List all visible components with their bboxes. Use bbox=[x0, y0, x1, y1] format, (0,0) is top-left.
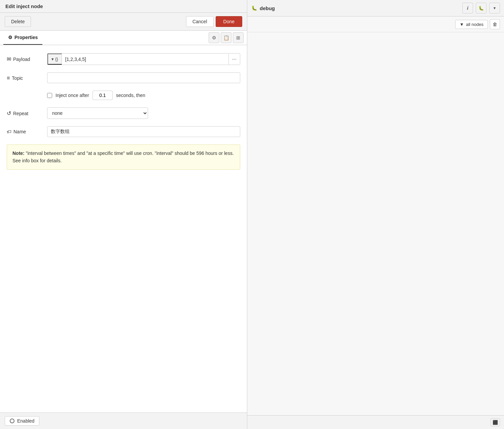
done-button[interactable]: Done bbox=[216, 16, 242, 27]
topic-label: ≡ Topic bbox=[7, 72, 47, 81]
enabled-label: Enabled bbox=[17, 418, 34, 424]
doc-icon: 📋 bbox=[223, 35, 229, 40]
tabs-row: Properties 📋 ⊞ bbox=[0, 31, 247, 45]
repeat-select[interactable]: none interval interval between times at … bbox=[47, 107, 148, 119]
left-panel: Edit inject node Delete Cancel Done Prop… bbox=[0, 0, 247, 429]
right-body bbox=[247, 32, 504, 415]
chevron-down-button[interactable]: ▼ bbox=[489, 3, 500, 13]
panel-header: Edit inject node bbox=[0, 0, 247, 13]
payload-row: ✉ Payload ▾ {} [1,2,3,4,5] ··· bbox=[7, 53, 240, 65]
name-row: 🏷 Name bbox=[7, 126, 240, 137]
chevron-down-icon: ▼ bbox=[493, 6, 497, 10]
display-tab-button[interactable]: ⊞ bbox=[233, 32, 244, 43]
repeat-row: ↺ Repeat none interval interval between … bbox=[7, 107, 240, 119]
note-text: "interval between times" and "at a speci… bbox=[12, 151, 234, 163]
settings-icon bbox=[212, 35, 216, 40]
right-header: 🐛 debug i 🐛 ▼ bbox=[247, 0, 504, 16]
repeat-label: ↺ Repeat bbox=[7, 107, 47, 117]
repeat-icon: ↺ bbox=[7, 110, 11, 117]
name-control bbox=[47, 126, 240, 137]
tag-icon: 🏷 bbox=[7, 129, 11, 134]
enabled-button[interactable]: Enabled bbox=[5, 416, 39, 426]
properties-tab-label: Properties bbox=[14, 35, 38, 40]
right-toolbar: ▼ all nodes 🗑 bbox=[247, 16, 504, 32]
tab-properties[interactable]: Properties bbox=[3, 31, 42, 45]
debug-bug-icon: 🐛 bbox=[251, 5, 257, 11]
settings-tab-button[interactable] bbox=[209, 32, 219, 43]
inject-label-suffix: seconds, then bbox=[116, 93, 145, 98]
form-body: ✉ Payload ▾ {} [1,2,3,4,5] ··· ≡ Topic bbox=[0, 45, 247, 412]
inject-label-prefix: Inject once after bbox=[56, 93, 89, 98]
debug-title: debug bbox=[260, 5, 460, 11]
note-box: Note: "interval between times" and "at a… bbox=[7, 144, 240, 170]
inject-once-row: Inject once after seconds, then bbox=[7, 91, 240, 100]
inject-seconds-input[interactable] bbox=[93, 91, 113, 100]
gear-icon bbox=[8, 35, 12, 40]
bug-icon: 🐛 bbox=[478, 6, 484, 11]
filter-button[interactable]: ▼ all nodes bbox=[455, 20, 488, 29]
clear-button[interactable]: 🗑 bbox=[490, 19, 500, 29]
filter-label: all nodes bbox=[466, 22, 483, 27]
filter-icon: ▼ bbox=[460, 22, 464, 27]
topic-row: ≡ Topic bbox=[7, 72, 240, 83]
payload-type-arrow: ▾ bbox=[51, 57, 54, 62]
panel-title: Edit inject node bbox=[5, 3, 43, 9]
right-footer: ⬛ bbox=[247, 415, 504, 429]
payload-type-button[interactable]: ▾ {} bbox=[47, 54, 62, 65]
trash-icon: 🗑 bbox=[493, 22, 497, 27]
name-label: 🏷 Name bbox=[7, 126, 47, 134]
payload-value: [1,2,3,4,5] bbox=[62, 54, 228, 64]
info-icon: i bbox=[467, 5, 468, 11]
inject-once-checkbox[interactable] bbox=[47, 93, 52, 98]
topic-control bbox=[47, 72, 240, 83]
repeat-control: none interval interval between times at … bbox=[47, 107, 240, 119]
name-input[interactable] bbox=[47, 126, 240, 137]
payload-control: ▾ {} [1,2,3,4,5] ··· bbox=[47, 53, 240, 65]
monitor-icon: ⬛ bbox=[493, 420, 498, 425]
payload-type-label: {} bbox=[55, 57, 58, 62]
monitor-button[interactable]: ⬛ bbox=[491, 418, 500, 426]
bug-button[interactable]: 🐛 bbox=[476, 3, 487, 13]
topic-input[interactable] bbox=[47, 72, 240, 83]
payload-input-group: ▾ {} [1,2,3,4,5] ··· bbox=[47, 53, 240, 65]
list-icon: ≡ bbox=[7, 75, 10, 81]
envelope-icon: ✉ bbox=[7, 56, 11, 62]
panel-footer: Enabled bbox=[0, 412, 247, 429]
delete-button[interactable]: Delete bbox=[5, 16, 31, 27]
enabled-circle-icon bbox=[10, 419, 14, 423]
note-bold: Note: bbox=[12, 151, 25, 156]
doc-tab-button[interactable]: 📋 bbox=[221, 32, 231, 43]
toolbar: Delete Cancel Done bbox=[0, 13, 247, 31]
tab-icons: 📋 ⊞ bbox=[209, 32, 244, 43]
toolbar-right: Cancel Done bbox=[186, 16, 242, 27]
display-icon: ⊞ bbox=[236, 35, 240, 40]
right-panel: 🐛 debug i 🐛 ▼ ▼ all nodes 🗑 ⬛ bbox=[247, 0, 504, 429]
info-button[interactable]: i bbox=[462, 3, 473, 13]
cancel-button[interactable]: Cancel bbox=[186, 16, 214, 27]
payload-more-button[interactable]: ··· bbox=[228, 54, 240, 65]
payload-label: ✉ Payload bbox=[7, 53, 47, 62]
